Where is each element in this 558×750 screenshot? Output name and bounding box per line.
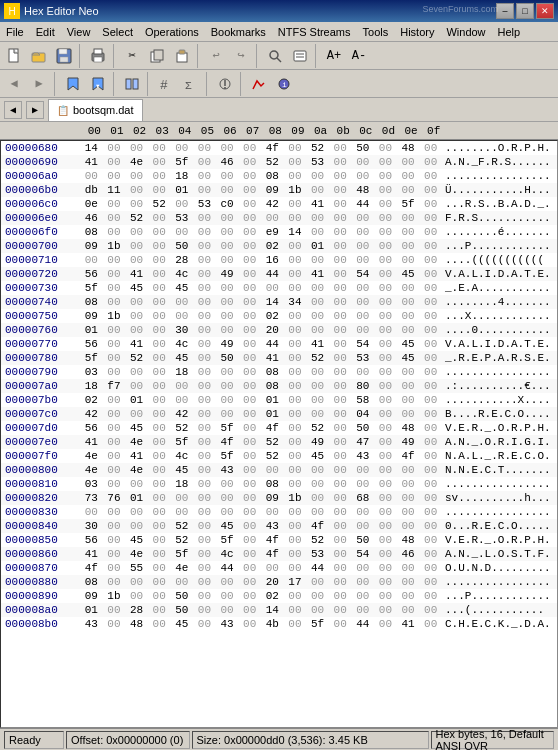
hex-byte[interactable]: 00 (104, 562, 125, 574)
hex-byte[interactable]: 1b (285, 492, 306, 504)
hex-byte[interactable]: 00 (194, 590, 215, 602)
hex-byte[interactable]: 00 (285, 562, 306, 574)
hex-byte[interactable]: 00 (194, 576, 215, 588)
hex-byte[interactable]: 5f (81, 282, 102, 294)
hex-byte[interactable]: 00 (239, 338, 260, 350)
find-button[interactable] (263, 44, 287, 68)
hex-byte[interactable]: 00 (194, 394, 215, 406)
hex-byte[interactable]: 28 (172, 254, 193, 266)
hex-byte[interactable]: 00 (375, 156, 396, 168)
hex-byte[interactable]: 00 (172, 198, 193, 210)
hex-byte[interactable]: 00 (239, 226, 260, 238)
hex-byte[interactable]: 18 (172, 478, 193, 490)
hex-byte[interactable]: 00 (330, 422, 351, 434)
hex-byte[interactable]: 14 (262, 604, 283, 616)
hex-byte[interactable]: 17 (285, 576, 306, 588)
hex-byte[interactable]: 00 (307, 380, 328, 392)
hex-byte[interactable]: 00 (307, 464, 328, 476)
hex-byte[interactable]: 00 (307, 296, 328, 308)
hex-byte[interactable]: 00 (285, 352, 306, 364)
hex-byte[interactable]: 48 (398, 422, 419, 434)
hex-byte[interactable]: 00 (330, 296, 351, 308)
hex-byte[interactable]: 00 (285, 170, 306, 182)
hex-byte[interactable]: 00 (285, 198, 306, 210)
hex-byte[interactable]: 1b (104, 240, 125, 252)
hex-byte[interactable]: 00 (307, 604, 328, 616)
hex-byte[interactable]: 00 (126, 170, 147, 182)
hex-byte[interactable]: 45 (172, 352, 193, 364)
hex-byte[interactable]: 00 (375, 184, 396, 196)
hex-byte[interactable]: 00 (420, 534, 441, 546)
hex-byte[interactable]: 00 (307, 492, 328, 504)
hex-byte[interactable]: 08 (262, 478, 283, 490)
hex-byte[interactable]: 52 (307, 142, 328, 154)
hex-byte[interactable]: 00 (172, 576, 193, 588)
hex-byte[interactable]: 00 (104, 408, 125, 420)
hex-byte[interactable]: 00 (194, 366, 215, 378)
hex-byte[interactable]: 00 (172, 492, 193, 504)
hex-byte[interactable]: 00 (104, 296, 125, 308)
hex-byte[interactable]: 00 (307, 366, 328, 378)
hex-byte[interactable]: 00 (330, 198, 351, 210)
hex-byte[interactable]: 00 (239, 436, 260, 448)
hex-byte[interactable]: 56 (81, 422, 102, 434)
undo-button[interactable]: ↩ (204, 44, 228, 68)
hex-byte[interactable]: 18 (172, 366, 193, 378)
hex-byte[interactable]: 00 (285, 366, 306, 378)
hex-byte[interactable]: 00 (353, 212, 374, 224)
hex-byte[interactable]: 43 (81, 618, 102, 630)
hex-byte[interactable]: 01 (307, 240, 328, 252)
hex-byte[interactable]: 14 (81, 142, 102, 154)
redo-button[interactable]: ↪ (229, 44, 253, 68)
hex-byte[interactable]: 00 (398, 380, 419, 392)
menu-item-history[interactable]: History (394, 22, 440, 41)
hex-byte[interactable]: 00 (239, 254, 260, 266)
hex-byte[interactable]: 4f (398, 450, 419, 462)
hex-byte[interactable]: 00 (420, 618, 441, 630)
new-button[interactable] (2, 44, 26, 68)
hex-byte[interactable]: 00 (239, 534, 260, 546)
hex-byte[interactable]: 00 (375, 394, 396, 406)
hex-byte[interactable]: 41 (126, 268, 147, 280)
hex-byte[interactable]: 00 (420, 212, 441, 224)
hex-byte[interactable]: 00 (239, 142, 260, 154)
hex-byte[interactable]: 00 (353, 282, 374, 294)
hex-byte[interactable]: 00 (239, 590, 260, 602)
menu-item-edit[interactable]: Edit (30, 22, 61, 41)
hex-byte[interactable]: 41 (307, 198, 328, 210)
hex-byte[interactable]: 01 (126, 394, 147, 406)
hex-byte[interactable]: 00 (217, 170, 238, 182)
menu-item-help[interactable]: Help (492, 22, 527, 41)
hex-byte[interactable]: 00 (398, 310, 419, 322)
hex-byte[interactable]: 00 (262, 282, 283, 294)
hex-byte[interactable]: 00 (398, 492, 419, 504)
hex-byte[interactable]: 00 (375, 604, 396, 616)
hex-byte[interactable]: 00 (307, 254, 328, 266)
hex-byte[interactable]: 00 (375, 212, 396, 224)
hex-byte[interactable]: 41 (262, 352, 283, 364)
hex-byte[interactable]: 00 (194, 450, 215, 462)
hex-byte[interactable]: 00 (217, 142, 238, 154)
toolbar2-btn10[interactable]: i (272, 72, 296, 96)
hex-byte[interactable]: 00 (104, 450, 125, 462)
hex-byte[interactable]: 00 (217, 282, 238, 294)
hex-byte[interactable]: 52 (262, 436, 283, 448)
hex-byte[interactable]: 00 (307, 282, 328, 294)
hex-byte[interactable]: 00 (217, 408, 238, 420)
hex-byte[interactable]: 00 (239, 156, 260, 168)
hex-byte[interactable]: 00 (217, 576, 238, 588)
hex-byte[interactable]: 00 (126, 240, 147, 252)
hex-byte[interactable]: 00 (420, 310, 441, 322)
hex-byte[interactable]: 00 (149, 240, 170, 252)
hex-byte[interactable]: 00 (239, 492, 260, 504)
hex-byte[interactable]: 00 (398, 562, 419, 574)
hex-byte[interactable]: 00 (104, 156, 125, 168)
hex-byte[interactable]: 00 (194, 562, 215, 574)
hex-byte[interactable]: 00 (126, 310, 147, 322)
hex-byte[interactable]: 00 (398, 254, 419, 266)
hex-byte[interactable]: 5f (217, 422, 238, 434)
toolbar2-btn4[interactable]: ▼ (86, 72, 110, 96)
hex-byte[interactable]: 08 (262, 170, 283, 182)
hex-byte[interactable]: 00 (398, 296, 419, 308)
hex-byte[interactable]: 00 (330, 380, 351, 392)
